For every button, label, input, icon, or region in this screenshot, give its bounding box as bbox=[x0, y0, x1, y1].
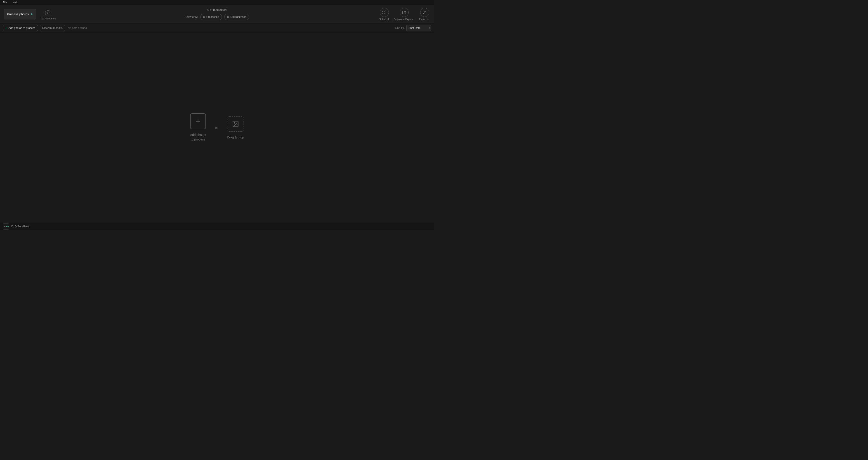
status-bar: DxO PR DxO PureRAW bbox=[0, 223, 434, 230]
folder-icon bbox=[400, 8, 409, 17]
unprocessed-label: Unprocessed bbox=[230, 15, 246, 19]
add-photos-drop-text: Add photos to process bbox=[190, 133, 206, 141]
clear-thumbnails-button[interactable]: Clear thumbnails bbox=[40, 25, 65, 31]
menu-file[interactable]: File bbox=[2, 0, 8, 4]
or-separator: or bbox=[215, 126, 218, 129]
svg-point-10 bbox=[234, 122, 235, 123]
clear-thumbnails-label: Clear thumbnails bbox=[42, 26, 63, 30]
select-all-button[interactable]: Select all bbox=[379, 8, 390, 21]
right-actions: Select all Display in Explorer Export to… bbox=[379, 8, 430, 21]
add-photos-icon-box bbox=[190, 113, 206, 129]
select-all-label: Select all bbox=[379, 18, 390, 21]
camera-icon bbox=[44, 8, 52, 17]
dxo-modules-button[interactable]: DxO Modules bbox=[41, 8, 56, 20]
processed-filter-button[interactable]: Processed bbox=[200, 14, 222, 20]
add-photos-to-process-button[interactable]: + Add photos to process bbox=[3, 25, 38, 31]
show-only-section: Show only: Processed Unprocessed bbox=[185, 14, 249, 20]
drag-drop-icon-box bbox=[228, 116, 243, 132]
secondary-toolbar: + Add photos to process Clear thumbnails… bbox=[0, 24, 434, 33]
process-photos-button[interactable]: Process photos + bbox=[4, 9, 36, 20]
dxo-logo: DxO PR bbox=[3, 223, 9, 230]
center-section: 0 of 0 selected Show only: Processed Unp… bbox=[185, 8, 249, 20]
add-photos-drop-area[interactable]: Add photos to process bbox=[190, 113, 206, 141]
top-toolbar: Process photos + DxO Modules 0 of 0 sele… bbox=[0, 5, 434, 24]
svg-point-0 bbox=[47, 12, 49, 14]
export-to-label: Export to . bbox=[419, 18, 430, 21]
export-icon bbox=[420, 8, 429, 17]
grid-icon bbox=[380, 8, 389, 17]
export-to-button[interactable]: Export to . bbox=[419, 8, 430, 21]
svg-rect-1 bbox=[383, 11, 384, 12]
processed-label: Processed bbox=[206, 15, 219, 19]
svg-rect-2 bbox=[385, 11, 386, 12]
process-photos-plus-icon: + bbox=[31, 12, 33, 16]
add-plus-icon: + bbox=[5, 26, 7, 30]
sort-section: Sort by: Shot Date File Name Import Date bbox=[395, 25, 431, 31]
display-in-explorer-label: Display in Explorer bbox=[394, 18, 414, 21]
selected-count: 0 of 0 selected bbox=[208, 8, 227, 11]
main-content: Add photos to process or Drag & drop bbox=[0, 33, 434, 223]
app-name-label: DxO PureRAW bbox=[11, 225, 29, 228]
unprocessed-dot-icon bbox=[227, 16, 229, 18]
processed-dot-icon bbox=[203, 16, 205, 18]
unprocessed-filter-button[interactable]: Unprocessed bbox=[224, 14, 249, 20]
dxo-modules-label: DxO Modules bbox=[41, 17, 56, 20]
drop-zone: Add photos to process or Drag & drop bbox=[190, 113, 244, 141]
menu-help[interactable]: Help bbox=[11, 0, 19, 4]
process-photos-label: Process photos bbox=[7, 12, 29, 16]
display-in-explorer-button[interactable]: Display in Explorer bbox=[394, 8, 414, 21]
drag-drop-area: Drag & drop bbox=[227, 116, 244, 139]
menu-bar: File Help bbox=[0, 0, 434, 5]
svg-rect-4 bbox=[385, 13, 386, 14]
sort-select[interactable]: Shot Date File Name Import Date bbox=[406, 25, 431, 31]
sort-select-wrapper: Shot Date File Name Import Date bbox=[406, 25, 431, 31]
add-photos-label: Add photos to process bbox=[8, 26, 35, 30]
svg-rect-3 bbox=[383, 13, 384, 14]
drag-drop-label: Drag & drop bbox=[227, 135, 244, 139]
sort-by-label: Sort by: bbox=[395, 26, 405, 30]
show-only-label: Show only: bbox=[185, 15, 198, 19]
no-path-label: No path defined bbox=[68, 26, 87, 30]
